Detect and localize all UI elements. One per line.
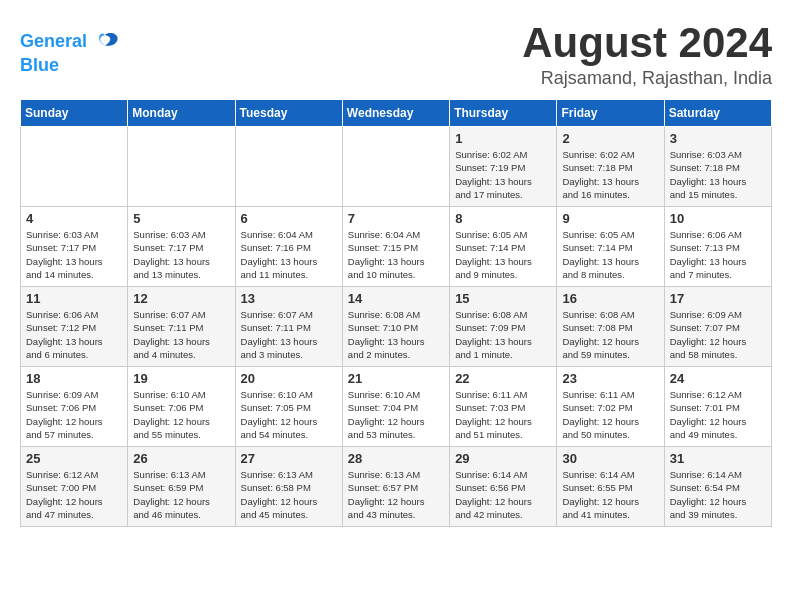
day-info: Sunrise: 6:08 AMSunset: 7:09 PMDaylight:… [455,308,551,361]
calendar-cell: 31Sunrise: 6:14 AMSunset: 6:54 PMDayligh… [664,447,771,527]
day-number: 18 [26,371,122,386]
col-header-tuesday: Tuesday [235,100,342,127]
calendar-cell: 26Sunrise: 6:13 AMSunset: 6:59 PMDayligh… [128,447,235,527]
day-info: Sunrise: 6:05 AMSunset: 7:14 PMDaylight:… [562,228,658,281]
col-header-sunday: Sunday [21,100,128,127]
day-number: 17 [670,291,766,306]
calendar-cell: 22Sunrise: 6:11 AMSunset: 7:03 PMDayligh… [450,367,557,447]
page-header: General Blue August 2024 Rajsamand, Raja… [20,20,772,89]
week-row-5: 25Sunrise: 6:12 AMSunset: 7:00 PMDayligh… [21,447,772,527]
day-info: Sunrise: 6:10 AMSunset: 7:04 PMDaylight:… [348,388,444,441]
day-info: Sunrise: 6:14 AMSunset: 6:56 PMDaylight:… [455,468,551,521]
calendar-cell: 21Sunrise: 6:10 AMSunset: 7:04 PMDayligh… [342,367,449,447]
col-header-saturday: Saturday [664,100,771,127]
day-info: Sunrise: 6:06 AMSunset: 7:13 PMDaylight:… [670,228,766,281]
day-info: Sunrise: 6:12 AMSunset: 7:00 PMDaylight:… [26,468,122,521]
day-info: Sunrise: 6:07 AMSunset: 7:11 PMDaylight:… [133,308,229,361]
week-row-4: 18Sunrise: 6:09 AMSunset: 7:06 PMDayligh… [21,367,772,447]
day-number: 24 [670,371,766,386]
week-row-3: 11Sunrise: 6:06 AMSunset: 7:12 PMDayligh… [21,287,772,367]
calendar-cell: 25Sunrise: 6:12 AMSunset: 7:00 PMDayligh… [21,447,128,527]
calendar-cell: 28Sunrise: 6:13 AMSunset: 6:57 PMDayligh… [342,447,449,527]
day-info: Sunrise: 6:06 AMSunset: 7:12 PMDaylight:… [26,308,122,361]
day-number: 26 [133,451,229,466]
day-info: Sunrise: 6:11 AMSunset: 7:03 PMDaylight:… [455,388,551,441]
title-block: August 2024 Rajsamand, Rajasthan, India [522,20,772,89]
calendar-cell: 11Sunrise: 6:06 AMSunset: 7:12 PMDayligh… [21,287,128,367]
calendar-cell: 13Sunrise: 6:07 AMSunset: 7:11 PMDayligh… [235,287,342,367]
day-number: 16 [562,291,658,306]
calendar-cell: 16Sunrise: 6:08 AMSunset: 7:08 PMDayligh… [557,287,664,367]
day-info: Sunrise: 6:07 AMSunset: 7:11 PMDaylight:… [241,308,337,361]
calendar-cell: 24Sunrise: 6:12 AMSunset: 7:01 PMDayligh… [664,367,771,447]
day-info: Sunrise: 6:11 AMSunset: 7:02 PMDaylight:… [562,388,658,441]
day-info: Sunrise: 6:13 AMSunset: 6:57 PMDaylight:… [348,468,444,521]
day-number: 21 [348,371,444,386]
calendar-cell: 9Sunrise: 6:05 AMSunset: 7:14 PMDaylight… [557,207,664,287]
day-number: 5 [133,211,229,226]
day-number: 11 [26,291,122,306]
calendar-cell: 1Sunrise: 6:02 AMSunset: 7:19 PMDaylight… [450,127,557,207]
day-number: 30 [562,451,658,466]
calendar-header: SundayMondayTuesdayWednesdayThursdayFrid… [21,100,772,127]
day-number: 6 [241,211,337,226]
calendar-cell: 19Sunrise: 6:10 AMSunset: 7:06 PMDayligh… [128,367,235,447]
day-info: Sunrise: 6:05 AMSunset: 7:14 PMDaylight:… [455,228,551,281]
day-info: Sunrise: 6:03 AMSunset: 7:17 PMDaylight:… [133,228,229,281]
day-number: 14 [348,291,444,306]
day-number: 23 [562,371,658,386]
calendar-body: 1Sunrise: 6:02 AMSunset: 7:19 PMDaylight… [21,127,772,527]
calendar-cell: 12Sunrise: 6:07 AMSunset: 7:11 PMDayligh… [128,287,235,367]
day-info: Sunrise: 6:10 AMSunset: 7:06 PMDaylight:… [133,388,229,441]
calendar-cell [128,127,235,207]
calendar-cell: 18Sunrise: 6:09 AMSunset: 7:06 PMDayligh… [21,367,128,447]
day-number: 15 [455,291,551,306]
calendar-cell: 14Sunrise: 6:08 AMSunset: 7:10 PMDayligh… [342,287,449,367]
day-number: 20 [241,371,337,386]
day-info: Sunrise: 6:14 AMSunset: 6:54 PMDaylight:… [670,468,766,521]
day-info: Sunrise: 6:12 AMSunset: 7:01 PMDaylight:… [670,388,766,441]
day-number: 3 [670,131,766,146]
calendar-cell: 17Sunrise: 6:09 AMSunset: 7:07 PMDayligh… [664,287,771,367]
day-info: Sunrise: 6:09 AMSunset: 7:07 PMDaylight:… [670,308,766,361]
day-number: 4 [26,211,122,226]
day-number: 22 [455,371,551,386]
calendar-cell: 3Sunrise: 6:03 AMSunset: 7:18 PMDaylight… [664,127,771,207]
day-number: 25 [26,451,122,466]
day-number: 12 [133,291,229,306]
day-info: Sunrise: 6:10 AMSunset: 7:05 PMDaylight:… [241,388,337,441]
day-number: 1 [455,131,551,146]
calendar-cell: 27Sunrise: 6:13 AMSunset: 6:58 PMDayligh… [235,447,342,527]
logo-general: General [20,31,87,51]
day-number: 8 [455,211,551,226]
header-row: SundayMondayTuesdayWednesdayThursdayFrid… [21,100,772,127]
calendar-cell: 29Sunrise: 6:14 AMSunset: 6:56 PMDayligh… [450,447,557,527]
calendar-cell: 6Sunrise: 6:04 AMSunset: 7:16 PMDaylight… [235,207,342,287]
day-number: 29 [455,451,551,466]
calendar-cell [21,127,128,207]
day-number: 2 [562,131,658,146]
day-info: Sunrise: 6:08 AMSunset: 7:08 PMDaylight:… [562,308,658,361]
col-header-friday: Friday [557,100,664,127]
day-number: 19 [133,371,229,386]
day-info: Sunrise: 6:02 AMSunset: 7:18 PMDaylight:… [562,148,658,201]
calendar-cell: 15Sunrise: 6:08 AMSunset: 7:09 PMDayligh… [450,287,557,367]
calendar-cell: 7Sunrise: 6:04 AMSunset: 7:15 PMDaylight… [342,207,449,287]
day-number: 31 [670,451,766,466]
day-number: 10 [670,211,766,226]
logo: General Blue [20,28,119,76]
day-number: 7 [348,211,444,226]
logo-bird-icon [91,28,119,56]
day-info: Sunrise: 6:02 AMSunset: 7:19 PMDaylight:… [455,148,551,201]
day-info: Sunrise: 6:14 AMSunset: 6:55 PMDaylight:… [562,468,658,521]
day-number: 27 [241,451,337,466]
calendar-cell [342,127,449,207]
day-info: Sunrise: 6:04 AMSunset: 7:16 PMDaylight:… [241,228,337,281]
day-info: Sunrise: 6:13 AMSunset: 6:59 PMDaylight:… [133,468,229,521]
day-info: Sunrise: 6:08 AMSunset: 7:10 PMDaylight:… [348,308,444,361]
calendar-cell [235,127,342,207]
calendar-cell: 8Sunrise: 6:05 AMSunset: 7:14 PMDaylight… [450,207,557,287]
week-row-1: 1Sunrise: 6:02 AMSunset: 7:19 PMDaylight… [21,127,772,207]
week-row-2: 4Sunrise: 6:03 AMSunset: 7:17 PMDaylight… [21,207,772,287]
calendar-cell: 20Sunrise: 6:10 AMSunset: 7:05 PMDayligh… [235,367,342,447]
